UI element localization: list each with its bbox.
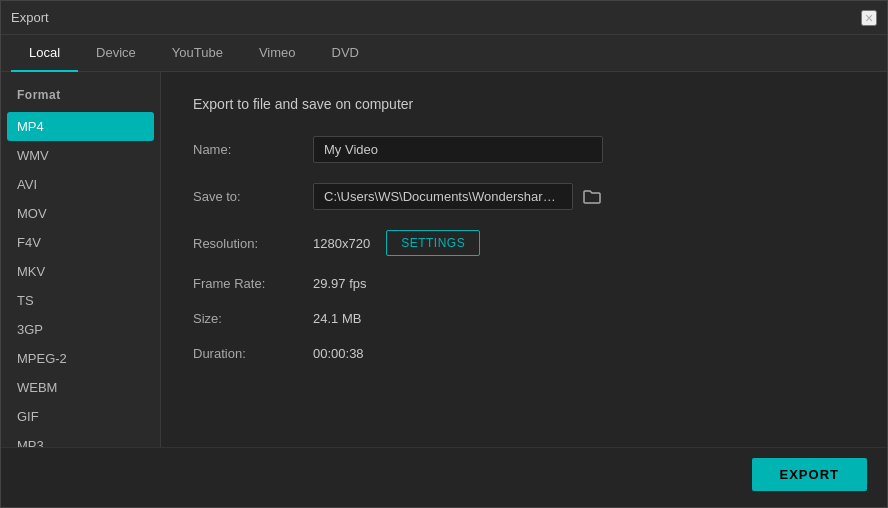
footer: EXPORT [1,447,887,507]
name-label: Name: [193,142,313,157]
resolution-row: 1280x720 SETTINGS [313,230,480,256]
save-to-container [313,183,605,210]
resolution-label: Resolution: [193,236,313,251]
format-label: Format [1,88,160,112]
save-to-field-row: Save to: [193,183,855,210]
format-avi[interactable]: AVI [1,170,160,199]
name-input[interactable] [313,136,603,163]
resolution-value: 1280x720 [313,236,370,251]
duration-label: Duration: [193,346,313,361]
name-field-row: Name: [193,136,855,163]
resolution-field-row: Resolution: 1280x720 SETTINGS [193,230,855,256]
format-wmv[interactable]: WMV [1,141,160,170]
size-value: 24.1 MB [313,311,361,326]
duration-field-row: Duration: 00:00:38 [193,346,855,361]
format-mov[interactable]: MOV [1,199,160,228]
format-f4v[interactable]: F4V [1,228,160,257]
export-window: Export × Local Device YouTube Vimeo DVD … [0,0,888,508]
format-mpeg2[interactable]: MPEG-2 [1,344,160,373]
content-panel: Export to file and save on computer Name… [161,72,887,447]
format-ts[interactable]: TS [1,286,160,315]
format-mkv[interactable]: MKV [1,257,160,286]
format-gif[interactable]: GIF [1,402,160,431]
format-webm[interactable]: WEBM [1,373,160,402]
size-field-row: Size: 24.1 MB [193,311,855,326]
browse-folder-button[interactable] [579,187,605,207]
frame-rate-value: 29.97 fps [313,276,367,291]
close-button[interactable]: × [861,10,877,26]
window-title: Export [11,10,49,25]
tab-vimeo[interactable]: Vimeo [241,35,314,72]
save-to-label: Save to: [193,189,313,204]
frame-rate-label: Frame Rate: [193,276,313,291]
format-mp3[interactable]: MP3 [1,431,160,447]
title-bar: Export × [1,1,887,35]
main-content: Format MP4 WMV AVI MOV F4V MKV TS 3GP MP… [1,72,887,447]
tab-local[interactable]: Local [11,35,78,72]
settings-button[interactable]: SETTINGS [386,230,480,256]
tab-device[interactable]: Device [78,35,154,72]
tabs-container: Local Device YouTube Vimeo DVD [1,35,887,72]
frame-rate-field-row: Frame Rate: 29.97 fps [193,276,855,291]
tab-dvd[interactable]: DVD [314,35,377,72]
tab-youtube[interactable]: YouTube [154,35,241,72]
panel-title: Export to file and save on computer [193,96,855,112]
save-to-input[interactable] [313,183,573,210]
export-button[interactable]: EXPORT [752,458,867,491]
format-3gp[interactable]: 3GP [1,315,160,344]
size-label: Size: [193,311,313,326]
format-sidebar: Format MP4 WMV AVI MOV F4V MKV TS 3GP MP… [1,72,161,447]
format-mp4[interactable]: MP4 [7,112,154,141]
duration-value: 00:00:38 [313,346,364,361]
